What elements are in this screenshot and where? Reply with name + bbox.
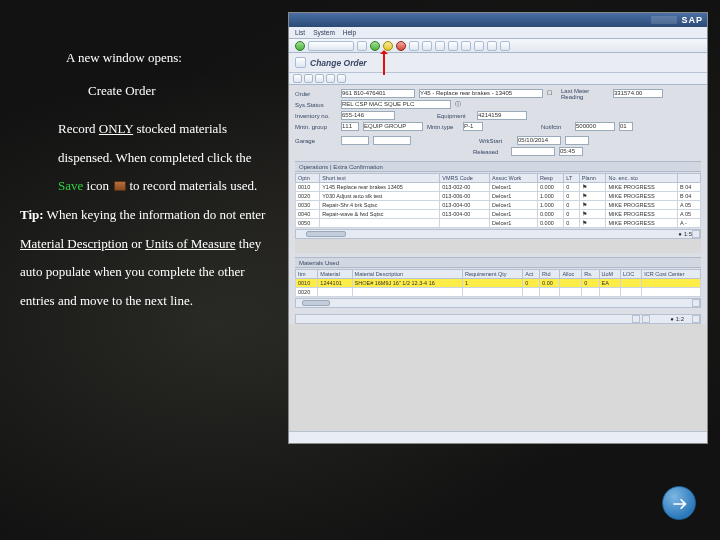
ops-col-header[interactable]: Assoc Work bbox=[490, 174, 538, 183]
nav-left-icon[interactable] bbox=[295, 57, 306, 68]
mat-scrollbar[interactable] bbox=[295, 298, 701, 308]
table-row[interactable]: 0040Repair-wave & fwd Sqtsc013-004-00DeI… bbox=[296, 210, 701, 219]
command-field[interactable] bbox=[308, 41, 354, 51]
garage-field[interactable] bbox=[341, 136, 369, 145]
notif-item-field[interactable]: 01 bbox=[619, 122, 633, 131]
mat-row-count: ● 1:2 bbox=[670, 316, 684, 322]
print-icon[interactable] bbox=[409, 41, 419, 51]
app-btn-5[interactable] bbox=[337, 74, 346, 83]
header-form: Order 961 810-476401 Y45 - Replace rear … bbox=[289, 85, 707, 324]
mat-col-header[interactable]: Requirement Qty bbox=[462, 270, 522, 279]
table-row[interactable]: 00101244101SHOE# 16M9J 16" 1/2 12.3-4 16… bbox=[296, 279, 701, 288]
prevpage-icon[interactable] bbox=[461, 41, 471, 51]
mngrp-label: Mntn. group bbox=[295, 124, 337, 130]
mat-col-header[interactable]: Rtd bbox=[540, 270, 560, 279]
order-field[interactable]: 961 810-476401 bbox=[341, 89, 415, 98]
mngrp-desc-field[interactable]: EQUIP GROUP bbox=[363, 122, 423, 131]
status-info-icon[interactable]: ⓘ bbox=[455, 100, 465, 109]
mat-col-header[interactable]: Act bbox=[523, 270, 540, 279]
app-btn-1[interactable] bbox=[293, 74, 302, 83]
nextpage-icon[interactable] bbox=[474, 41, 484, 51]
mat-col-header[interactable]: ICR Cost Center bbox=[642, 270, 701, 279]
save-icon bbox=[114, 181, 126, 191]
table-row[interactable]: 0030Repair-Shr.4 brk Sqtsc013-004-00DeIc… bbox=[296, 201, 701, 210]
table-row[interactable]: 0020Y030 Adjust auto slk test013-006-00D… bbox=[296, 192, 701, 201]
garage-field-2[interactable] bbox=[373, 136, 411, 145]
enter-icon[interactable] bbox=[295, 41, 305, 51]
mat-footer-btn2[interactable] bbox=[642, 315, 650, 323]
order-desc-field[interactable]: Y45 - Replace rear brakes - 13405 bbox=[419, 89, 543, 98]
meter-label: Last Meter Reading bbox=[561, 88, 609, 100]
statusbar bbox=[289, 431, 707, 443]
menubar[interactable]: List System Help bbox=[289, 27, 707, 39]
mat-col-header[interactable]: LOC bbox=[621, 270, 642, 279]
equipment-field[interactable]: 4214159 bbox=[477, 111, 527, 120]
ops-col-header[interactable] bbox=[678, 174, 701, 183]
app-btn-3[interactable] bbox=[315, 74, 324, 83]
mat-col-header[interactable]: Material bbox=[318, 270, 352, 279]
materials-header: Materials Used bbox=[295, 257, 701, 268]
ops-col-header[interactable]: Resp bbox=[538, 174, 564, 183]
app-btn-4[interactable] bbox=[326, 74, 335, 83]
sap-screenshot: SAP List System Help Change Order Ord bbox=[288, 12, 708, 444]
cancel-icon[interactable] bbox=[396, 41, 406, 51]
screen-title: Change Order bbox=[310, 58, 367, 68]
released-label: Released bbox=[473, 149, 507, 155]
meter-field[interactable]: 331574.00 bbox=[613, 89, 663, 98]
ops-col-header[interactable]: VMRS Code bbox=[440, 174, 490, 183]
menu-system[interactable]: System bbox=[313, 29, 335, 36]
screen-title-bar: Change Order bbox=[289, 53, 707, 73]
mat-col-header[interactable]: Material Description bbox=[352, 270, 462, 279]
findnext-icon[interactable] bbox=[435, 41, 445, 51]
table-row[interactable]: 0050DeIcer10.0000⚑MIKE PROGRESSA - bbox=[296, 219, 701, 228]
mat-add-row-icon[interactable] bbox=[692, 299, 700, 307]
materials-table[interactable]: ItmMaterialMaterial DescriptionRequireme… bbox=[295, 269, 701, 297]
app-btn-2[interactable] bbox=[304, 74, 313, 83]
wrkstart-date-field[interactable]: 05/10/2014 bbox=[517, 136, 561, 145]
save-toolbar-icon[interactable] bbox=[357, 41, 367, 51]
ops-col-header[interactable]: Plann bbox=[579, 174, 606, 183]
mat-col-header[interactable]: Alloc bbox=[560, 270, 582, 279]
find-icon[interactable] bbox=[422, 41, 432, 51]
back-icon[interactable] bbox=[370, 41, 380, 51]
sysstatus-label: Sys.Status bbox=[295, 102, 337, 108]
flag-checkbox[interactable]: ☐ bbox=[547, 89, 557, 98]
mat-col-header[interactable]: UoM bbox=[599, 270, 621, 279]
notif-label: Notifctn bbox=[541, 124, 571, 130]
mat-footer-btn1[interactable] bbox=[632, 315, 640, 323]
released-field[interactable] bbox=[511, 147, 555, 156]
released-time-field[interactable]: 05:45 bbox=[559, 147, 583, 156]
sysstatus-field[interactable]: REL CSP MAC SQUE PLC bbox=[341, 100, 451, 109]
mntype-field[interactable]: P-1 bbox=[463, 122, 483, 131]
next-slide-button[interactable] bbox=[662, 486, 696, 520]
ops-scrollbar[interactable]: ● 1:5 bbox=[295, 229, 701, 239]
tip-para: Tip: When keying the information do not … bbox=[20, 201, 275, 315]
notif-field[interactable]: 500000 bbox=[575, 122, 615, 131]
mngrp-code-field[interactable]: 111 bbox=[341, 122, 359, 131]
sap-logo-text: SAP bbox=[681, 15, 703, 25]
table-row[interactable]: 0010Y145 Replace rear brakes 13405013-00… bbox=[296, 183, 701, 192]
mat-col-header[interactable]: Itm bbox=[296, 270, 318, 279]
ops-col-header[interactable]: Optn bbox=[296, 174, 320, 183]
mat-col-header[interactable]: Rs. bbox=[582, 270, 599, 279]
mat-footer-btn3[interactable] bbox=[692, 315, 700, 323]
menu-help[interactable]: Help bbox=[343, 29, 356, 36]
toolbar-app bbox=[289, 73, 707, 85]
ops-col-header[interactable]: LT bbox=[564, 174, 579, 183]
window-controls[interactable] bbox=[651, 16, 677, 24]
ops-col-header[interactable]: No. enc. sto bbox=[606, 174, 678, 183]
menu-list[interactable]: List bbox=[295, 29, 305, 36]
inventory-field[interactable]: 655-146 bbox=[341, 111, 395, 120]
firstpage-icon[interactable] bbox=[448, 41, 458, 51]
operations-table[interactable]: OptnShort textVMRS CodeAssoc WorkRespLTP… bbox=[295, 173, 701, 228]
ops-add-row-icon[interactable] bbox=[692, 230, 700, 238]
tip-label: Tip: bbox=[20, 207, 44, 222]
row-count-display: ● 1:5 bbox=[678, 231, 692, 237]
wrkstart-time-field[interactable] bbox=[565, 136, 589, 145]
mat-footer-bar: ● 1:2 bbox=[295, 314, 701, 324]
ops-col-header[interactable]: Short text bbox=[320, 174, 440, 183]
lastpage-icon[interactable] bbox=[487, 41, 497, 51]
body-para-1: Record ONLY stocked materials dispensed.… bbox=[20, 115, 275, 201]
help-icon[interactable] bbox=[500, 41, 510, 51]
table-row[interactable]: 0020 bbox=[296, 288, 701, 297]
